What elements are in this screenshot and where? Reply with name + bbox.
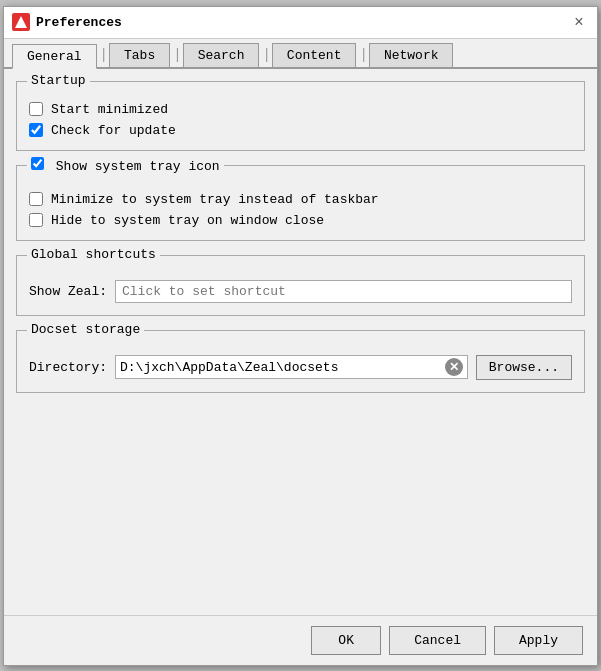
check-update-checkbox[interactable]: [29, 123, 43, 137]
startup-group: Startup Start minimized Check for update: [16, 81, 585, 151]
start-minimized-label: Start minimized: [51, 102, 168, 117]
tab-content[interactable]: Content: [272, 43, 357, 67]
app-icon: [12, 13, 30, 31]
tab-sep-1: |: [99, 47, 109, 63]
tab-general[interactable]: General: [12, 44, 97, 69]
svg-marker-0: [15, 16, 27, 28]
docset-group-title: Docset storage: [27, 322, 144, 337]
directory-input-wrapper: ✕: [115, 355, 468, 379]
minimize-tray-row: Minimize to system tray instead of taskb…: [29, 192, 572, 207]
check-update-label: Check for update: [51, 123, 176, 138]
title-bar: Preferences ×: [4, 7, 597, 39]
show-systray-label: Show system tray icon: [56, 159, 220, 174]
clear-directory-button[interactable]: ✕: [445, 358, 463, 376]
check-update-row: Check for update: [29, 123, 572, 138]
ok-button[interactable]: OK: [311, 626, 381, 655]
tab-network[interactable]: Network: [369, 43, 454, 67]
directory-input[interactable]: [120, 360, 443, 375]
hide-tray-label: Hide to system tray on window close: [51, 213, 324, 228]
tab-search[interactable]: Search: [183, 43, 260, 67]
close-button[interactable]: ×: [569, 12, 589, 32]
footer: OK Cancel Apply: [4, 615, 597, 665]
directory-row: Directory: ✕ Browse...: [29, 355, 572, 380]
tab-sep-2: |: [172, 47, 182, 63]
tab-sep-3: |: [261, 47, 271, 63]
systray-group: Show system tray icon Minimize to system…: [16, 165, 585, 241]
shortcut-input[interactable]: [115, 280, 572, 303]
shortcuts-group-title: Global shortcuts: [27, 247, 160, 262]
systray-group-title: Show system tray icon: [27, 157, 224, 174]
hide-tray-checkbox[interactable]: [29, 213, 43, 227]
tab-sep-4: |: [358, 47, 368, 63]
directory-label: Directory:: [29, 360, 107, 375]
apply-button[interactable]: Apply: [494, 626, 583, 655]
start-minimized-checkbox[interactable]: [29, 102, 43, 116]
browse-button[interactable]: Browse...: [476, 355, 572, 380]
docset-group: Docset storage Directory: ✕ Browse...: [16, 330, 585, 393]
preferences-window: Preferences × General | Tabs | Search | …: [3, 6, 598, 666]
content-area: Startup Start minimized Check for update…: [4, 69, 597, 615]
window-title: Preferences: [36, 15, 569, 30]
minimize-tray-checkbox[interactable]: [29, 192, 43, 206]
show-systray-checkbox[interactable]: [31, 157, 44, 170]
show-zeal-row: Show Zeal:: [29, 280, 572, 303]
minimize-tray-label: Minimize to system tray instead of taskb…: [51, 192, 379, 207]
shortcuts-group: Global shortcuts Show Zeal:: [16, 255, 585, 316]
cancel-button[interactable]: Cancel: [389, 626, 486, 655]
hide-tray-row: Hide to system tray on window close: [29, 213, 572, 228]
start-minimized-row: Start minimized: [29, 102, 572, 117]
startup-group-title: Startup: [27, 73, 90, 88]
tab-tabs[interactable]: Tabs: [109, 43, 170, 67]
tabs-bar: General | Tabs | Search | Content | Netw…: [4, 39, 597, 69]
show-zeal-label: Show Zeal:: [29, 284, 107, 299]
